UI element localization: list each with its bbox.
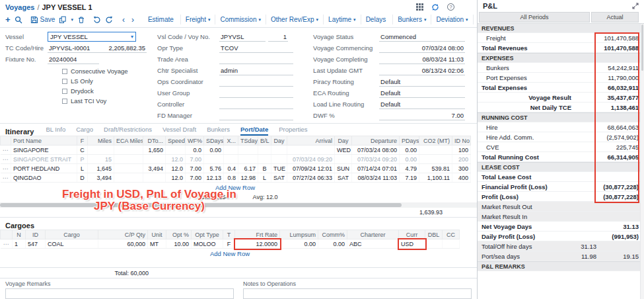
vessel-select[interactable]: JPY VESSEL ▾ <box>48 32 136 42</box>
itinerary-tab[interactable]: Vessel Draft <box>162 126 196 136</box>
row-menu-icon[interactable]: ⋯ <box>1 146 11 155</box>
save-button[interactable]: Save <box>30 16 55 24</box>
toolbar-button[interactable]: Deviation▾ <box>431 15 473 24</box>
itinerary-row[interactable]: ⋯ SINGAPORE STRAIT P 15 12.0 7.00 07/03/… <box>1 155 471 164</box>
pl-column-actual[interactable]: Actual <box>591 12 639 22</box>
breadcrumb-voyages-link[interactable]: Voyages <box>5 3 34 11</box>
apps-grid-icon[interactable] <box>416 3 423 11</box>
next-icon[interactable]: › <box>130 17 135 23</box>
itinerary-tab[interactable]: Cargo <box>76 126 93 136</box>
row-menu-icon[interactable]: ⋯ <box>1 155 11 164</box>
row-menu-icon[interactable]: ⋯ <box>1 173 11 183</box>
copy-caret-icon[interactable]: ▾ <box>71 17 73 22</box>
field-input[interactable] <box>219 55 293 64</box>
column-header[interactable]: ECA Miles <box>114 136 143 146</box>
column-header[interactable]: CO2 (MT) <box>419 136 452 146</box>
redo-icon[interactable] <box>105 16 113 24</box>
column-header[interactable]: Lumpsum <box>280 230 318 239</box>
checkbox[interactable]: LS Only <box>62 76 151 86</box>
search-icon[interactable] <box>15 16 22 24</box>
toolbar-button[interactable]: Estimate <box>143 15 181 24</box>
field-input[interactable]: Commenced <box>379 32 465 42</box>
column-header[interactable]: C/P Qty <box>98 230 148 239</box>
column-header[interactable]: CC <box>443 230 460 239</box>
toolbar-button[interactable]: Bunkers▾ <box>393 15 431 24</box>
column-header[interactable]: PDays <box>400 136 419 146</box>
itinerary-tab[interactable]: Draft/Restrictions <box>104 126 152 136</box>
pl-scrollbar[interactable] <box>640 24 644 299</box>
toolbar-button[interactable]: Freight▾ <box>181 15 216 24</box>
column-header[interactable]: DBL <box>425 230 443 239</box>
column-header[interactable]: ID No <box>452 136 471 146</box>
column-header[interactable]: Curr <box>399 230 425 239</box>
field-input[interactable] <box>219 111 293 120</box>
scrollbar-thumb[interactable] <box>0 203 402 207</box>
prev-icon[interactable]: ‹ <box>121 17 126 23</box>
tc-hire-field[interactable]: 2,205,882.35 <box>99 44 147 53</box>
column-header[interactable]: Day <box>335 136 352 146</box>
field-input[interactable] <box>219 77 293 87</box>
checkbox[interactable]: Consecutive Voyage <box>62 66 151 76</box>
help-icon[interactable]: ? <box>447 3 454 11</box>
field-input[interactable]: 07/03/24 08:00 <box>379 44 465 53</box>
itinerary-add-new-row-link[interactable]: Add New Row <box>0 183 470 192</box>
column-header[interactable]: Day <box>271 136 287 146</box>
column-header[interactable]: Opt Type <box>192 230 223 239</box>
voy-no-field[interactable]: 1 <box>268 32 288 42</box>
field-input[interactable]: 7.00 <box>379 111 465 120</box>
toolbar-button[interactable]: Commission▾ <box>215 15 266 24</box>
horizontal-scrollbar[interactable] <box>0 202 478 208</box>
column-header[interactable]: Departure <box>352 136 400 146</box>
field-input[interactable]: admin <box>219 66 293 75</box>
column-header[interactable]: Frt Rate <box>235 230 280 239</box>
itinerary-tab[interactable]: Bunkers <box>207 126 230 136</box>
toolbar-button[interactable]: Laytime▾ <box>324 15 361 24</box>
vsl-code-field[interactable]: JPYVSL <box>219 32 266 42</box>
voyage-remarks-input[interactable] <box>5 288 234 299</box>
delete-icon[interactable] <box>77 16 85 24</box>
notes-to-operations-input[interactable] <box>243 288 472 299</box>
field-input[interactable]: Default <box>379 77 465 87</box>
checkbox-box[interactable] <box>62 69 67 74</box>
column-header[interactable]: Charterer <box>347 230 399 239</box>
row-menu-icon[interactable]: ⋯ <box>1 164 11 173</box>
toolbar-button[interactable]: Delays <box>361 15 394 24</box>
scrollbar-thumb[interactable] <box>641 24 643 71</box>
column-header[interactable]: SDays <box>204 136 224 146</box>
cargoes-add-new-row-link[interactable]: Add New Row <box>0 249 460 259</box>
column-header[interactable]: X... <box>224 136 238 146</box>
field-input[interactable]: 08/03/24 11:03 <box>379 55 465 64</box>
column-header[interactable]: WF% <box>186 136 204 146</box>
column-header[interactable]: TSday <box>238 136 258 146</box>
column-header[interactable]: T <box>223 230 235 239</box>
itinerary-tab[interactable]: Port/Date <box>240 126 268 136</box>
itinerary-row[interactable]: ⋯ QINGDAO D 3,494 12.0 7.00 12.13 0.8 12… <box>1 173 471 183</box>
toolbar-button[interactable]: Other Rev/Exp▾ <box>266 15 324 24</box>
checkbox[interactable]: Last TCI Voy <box>62 96 151 106</box>
itinerary-row[interactable]: ⋯ PORT HEDLAND L 1,645 3,494 12.0 7.00 5… <box>1 164 471 173</box>
checkbox-box[interactable] <box>62 99 67 104</box>
column-header[interactable]: B/L <box>258 136 271 146</box>
field-input[interactable] <box>219 89 293 98</box>
column-header[interactable]: Miles <box>88 136 114 146</box>
column-header[interactable] <box>1 136 11 146</box>
expand-icon[interactable] <box>632 3 639 9</box>
column-header[interactable]: Cargo <box>46 230 98 239</box>
copy-icon[interactable] <box>59 16 67 24</box>
itinerary-tab[interactable]: Properties <box>279 126 307 136</box>
checkbox-box[interactable] <box>62 89 67 94</box>
column-header[interactable]: Speed <box>166 136 186 146</box>
sync-icon[interactable] <box>431 3 439 11</box>
column-header[interactable]: N <box>13 230 26 239</box>
column-header[interactable]: ID <box>26 230 46 239</box>
fixture-no-field[interactable]: 20240004 <box>48 55 99 64</box>
tc-code-field[interactable]: JPYVSL-I0001 <box>48 44 99 53</box>
field-input[interactable] <box>219 100 293 109</box>
itinerary-row[interactable]: ⋯ SINGAPORE C 1,650 0.0 0.00 WED 07/03/2… <box>1 146 471 155</box>
pl-column-all-periods[interactable]: All Periods <box>479 12 590 22</box>
column-header[interactable]: Unit <box>148 230 166 239</box>
undo-icon[interactable] <box>93 16 101 24</box>
field-input[interactable]: 08/13/24 02:06 <box>379 66 465 75</box>
field-input[interactable]: Default <box>379 89 465 98</box>
row-menu-icon[interactable]: ⋯ <box>1 239 13 249</box>
